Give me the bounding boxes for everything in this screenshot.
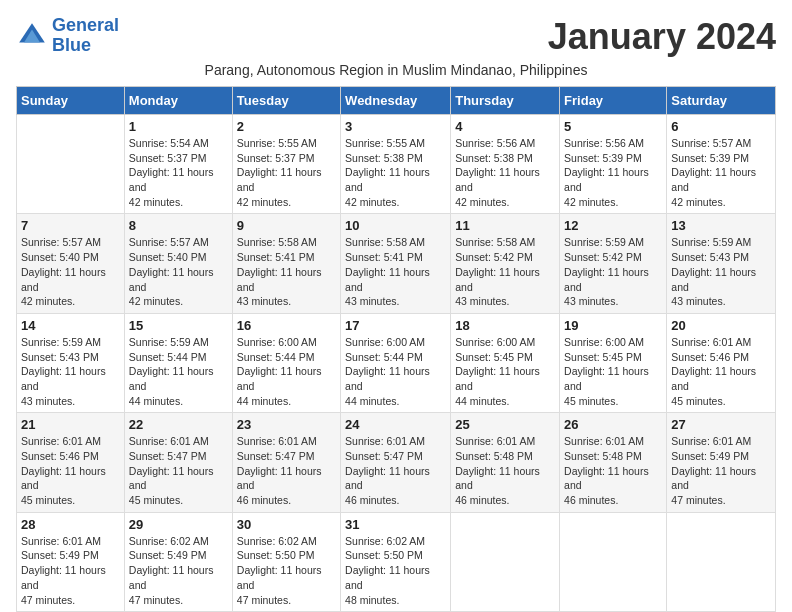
logo-line2: Blue — [52, 35, 91, 55]
calendar-cell: 19Sunrise: 6:00 AMSunset: 5:45 PMDayligh… — [560, 313, 667, 412]
day-header-wednesday: Wednesday — [341, 87, 451, 115]
calendar-cell: 22Sunrise: 6:01 AMSunset: 5:47 PMDayligh… — [124, 413, 232, 512]
calendar-cell: 12Sunrise: 5:59 AMSunset: 5:42 PMDayligh… — [560, 214, 667, 313]
day-number: 13 — [671, 218, 771, 233]
day-info: Sunrise: 6:01 AMSunset: 5:46 PMDaylight:… — [21, 434, 120, 507]
logo: General Blue — [16, 16, 119, 56]
day-number: 25 — [455, 417, 555, 432]
day-number: 12 — [564, 218, 662, 233]
week-row-2: 7Sunrise: 5:57 AMSunset: 5:40 PMDaylight… — [17, 214, 776, 313]
day-info: Sunrise: 6:00 AMSunset: 5:44 PMDaylight:… — [237, 335, 336, 408]
calendar-cell — [451, 512, 560, 611]
day-header-saturday: Saturday — [667, 87, 776, 115]
day-number: 5 — [564, 119, 662, 134]
week-row-5: 28Sunrise: 6:01 AMSunset: 5:49 PMDayligh… — [17, 512, 776, 611]
calendar-cell: 9Sunrise: 5:58 AMSunset: 5:41 PMDaylight… — [232, 214, 340, 313]
calendar-table: SundayMondayTuesdayWednesdayThursdayFrid… — [16, 86, 776, 612]
calendar-cell: 10Sunrise: 5:58 AMSunset: 5:41 PMDayligh… — [341, 214, 451, 313]
day-number: 23 — [237, 417, 336, 432]
day-number: 28 — [21, 517, 120, 532]
calendar-cell: 11Sunrise: 5:58 AMSunset: 5:42 PMDayligh… — [451, 214, 560, 313]
day-number: 15 — [129, 318, 228, 333]
calendar-cell: 18Sunrise: 6:00 AMSunset: 5:45 PMDayligh… — [451, 313, 560, 412]
day-info: Sunrise: 6:02 AMSunset: 5:50 PMDaylight:… — [237, 534, 336, 607]
day-number: 6 — [671, 119, 771, 134]
day-number: 11 — [455, 218, 555, 233]
calendar-cell: 29Sunrise: 6:02 AMSunset: 5:49 PMDayligh… — [124, 512, 232, 611]
calendar-cell: 25Sunrise: 6:01 AMSunset: 5:48 PMDayligh… — [451, 413, 560, 512]
calendar-cell: 4Sunrise: 5:56 AMSunset: 5:38 PMDaylight… — [451, 115, 560, 214]
week-row-4: 21Sunrise: 6:01 AMSunset: 5:46 PMDayligh… — [17, 413, 776, 512]
logo-line1: General — [52, 15, 119, 35]
day-header-thursday: Thursday — [451, 87, 560, 115]
calendar-cell: 2Sunrise: 5:55 AMSunset: 5:37 PMDaylight… — [232, 115, 340, 214]
day-header-tuesday: Tuesday — [232, 87, 340, 115]
day-number: 21 — [21, 417, 120, 432]
day-number: 1 — [129, 119, 228, 134]
calendar-cell — [667, 512, 776, 611]
day-number: 4 — [455, 119, 555, 134]
day-info: Sunrise: 6:02 AMSunset: 5:49 PMDaylight:… — [129, 534, 228, 607]
day-info: Sunrise: 5:55 AMSunset: 5:38 PMDaylight:… — [345, 136, 446, 209]
day-number: 24 — [345, 417, 446, 432]
calendar-cell: 21Sunrise: 6:01 AMSunset: 5:46 PMDayligh… — [17, 413, 125, 512]
day-number: 31 — [345, 517, 446, 532]
day-number: 2 — [237, 119, 336, 134]
subtitle: Parang, Autonomous Region in Muslim Mind… — [16, 62, 776, 78]
day-number: 27 — [671, 417, 771, 432]
calendar-cell: 30Sunrise: 6:02 AMSunset: 5:50 PMDayligh… — [232, 512, 340, 611]
calendar-cell: 20Sunrise: 6:01 AMSunset: 5:46 PMDayligh… — [667, 313, 776, 412]
day-info: Sunrise: 6:01 AMSunset: 5:46 PMDaylight:… — [671, 335, 771, 408]
day-info: Sunrise: 5:56 AMSunset: 5:38 PMDaylight:… — [455, 136, 555, 209]
day-info: Sunrise: 5:54 AMSunset: 5:37 PMDaylight:… — [129, 136, 228, 209]
calendar-cell — [17, 115, 125, 214]
day-number: 7 — [21, 218, 120, 233]
day-info: Sunrise: 6:01 AMSunset: 5:47 PMDaylight:… — [345, 434, 446, 507]
day-info: Sunrise: 5:59 AMSunset: 5:43 PMDaylight:… — [21, 335, 120, 408]
day-info: Sunrise: 5:59 AMSunset: 5:42 PMDaylight:… — [564, 235, 662, 308]
day-number: 22 — [129, 417, 228, 432]
calendar-cell: 13Sunrise: 5:59 AMSunset: 5:43 PMDayligh… — [667, 214, 776, 313]
day-info: Sunrise: 6:01 AMSunset: 5:48 PMDaylight:… — [455, 434, 555, 507]
calendar-cell: 15Sunrise: 5:59 AMSunset: 5:44 PMDayligh… — [124, 313, 232, 412]
day-number: 16 — [237, 318, 336, 333]
day-info: Sunrise: 5:59 AMSunset: 5:44 PMDaylight:… — [129, 335, 228, 408]
calendar-cell: 5Sunrise: 5:56 AMSunset: 5:39 PMDaylight… — [560, 115, 667, 214]
day-info: Sunrise: 6:00 AMSunset: 5:45 PMDaylight:… — [564, 335, 662, 408]
day-number: 20 — [671, 318, 771, 333]
day-info: Sunrise: 6:01 AMSunset: 5:48 PMDaylight:… — [564, 434, 662, 507]
day-number: 14 — [21, 318, 120, 333]
calendar-cell: 3Sunrise: 5:55 AMSunset: 5:38 PMDaylight… — [341, 115, 451, 214]
calendar-cell: 23Sunrise: 6:01 AMSunset: 5:47 PMDayligh… — [232, 413, 340, 512]
day-info: Sunrise: 6:01 AMSunset: 5:47 PMDaylight:… — [237, 434, 336, 507]
day-info: Sunrise: 5:57 AMSunset: 5:40 PMDaylight:… — [21, 235, 120, 308]
day-number: 30 — [237, 517, 336, 532]
day-info: Sunrise: 5:55 AMSunset: 5:37 PMDaylight:… — [237, 136, 336, 209]
calendar-cell: 14Sunrise: 5:59 AMSunset: 5:43 PMDayligh… — [17, 313, 125, 412]
calendar-cell: 16Sunrise: 6:00 AMSunset: 5:44 PMDayligh… — [232, 313, 340, 412]
day-number: 10 — [345, 218, 446, 233]
day-number: 17 — [345, 318, 446, 333]
day-info: Sunrise: 5:58 AMSunset: 5:42 PMDaylight:… — [455, 235, 555, 308]
week-row-1: 1Sunrise: 5:54 AMSunset: 5:37 PMDaylight… — [17, 115, 776, 214]
day-info: Sunrise: 6:02 AMSunset: 5:50 PMDaylight:… — [345, 534, 446, 607]
week-row-3: 14Sunrise: 5:59 AMSunset: 5:43 PMDayligh… — [17, 313, 776, 412]
logo-icon — [16, 20, 48, 52]
day-info: Sunrise: 5:59 AMSunset: 5:43 PMDaylight:… — [671, 235, 771, 308]
header: General Blue January 2024 — [16, 16, 776, 58]
day-info: Sunrise: 6:00 AMSunset: 5:45 PMDaylight:… — [455, 335, 555, 408]
day-number: 18 — [455, 318, 555, 333]
day-header-sunday: Sunday — [17, 87, 125, 115]
day-header-monday: Monday — [124, 87, 232, 115]
day-info: Sunrise: 6:01 AMSunset: 5:49 PMDaylight:… — [21, 534, 120, 607]
day-number: 8 — [129, 218, 228, 233]
day-info: Sunrise: 5:58 AMSunset: 5:41 PMDaylight:… — [237, 235, 336, 308]
day-number: 26 — [564, 417, 662, 432]
day-info: Sunrise: 6:01 AMSunset: 5:49 PMDaylight:… — [671, 434, 771, 507]
calendar-cell: 24Sunrise: 6:01 AMSunset: 5:47 PMDayligh… — [341, 413, 451, 512]
calendar-cell — [560, 512, 667, 611]
calendar-cell: 17Sunrise: 6:00 AMSunset: 5:44 PMDayligh… — [341, 313, 451, 412]
day-info: Sunrise: 5:56 AMSunset: 5:39 PMDaylight:… — [564, 136, 662, 209]
day-info: Sunrise: 6:00 AMSunset: 5:44 PMDaylight:… — [345, 335, 446, 408]
calendar-cell: 7Sunrise: 5:57 AMSunset: 5:40 PMDaylight… — [17, 214, 125, 313]
